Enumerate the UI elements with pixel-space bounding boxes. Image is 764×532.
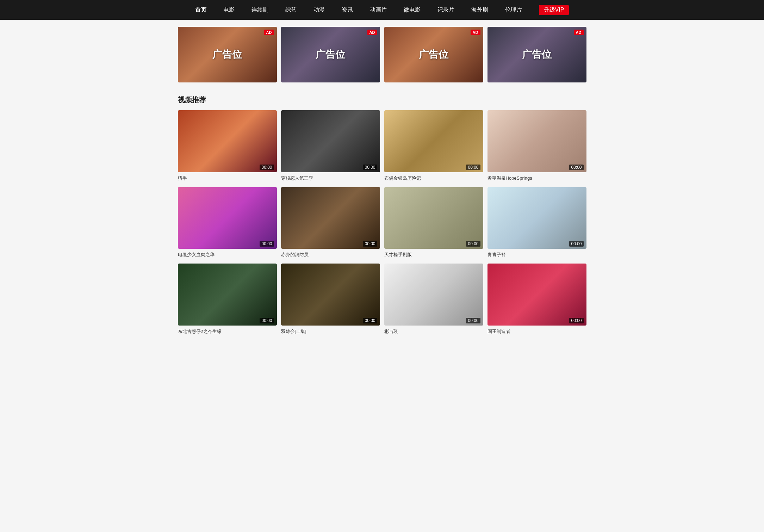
video-thumbnail: 00:00: [281, 264, 380, 326]
video-item-3[interactable]: 00:00布偶金银岛历险记: [384, 110, 483, 181]
section-title: 视频推荐: [178, 95, 586, 105]
video-item-4[interactable]: 00:00希望温泉HopeSprings: [487, 110, 586, 181]
video-duration: 00:00: [569, 165, 583, 170]
video-grid: 00:00猎手00:00穿梭恋人第三季00:00布偶金银岛历险记00:00希望温…: [178, 110, 586, 335]
video-thumbnail: 00:00: [281, 110, 380, 172]
main-content: AD广告位AD广告位AD广告位AD广告位 视频推荐 00:00猎手00:00穿梭…: [178, 20, 586, 352]
video-thumbnail: 00:00: [178, 110, 277, 172]
video-duration: 00:00: [363, 318, 377, 323]
video-duration: 00:00: [363, 241, 377, 247]
video-duration: 00:00: [569, 241, 583, 247]
video-item-1[interactable]: 00:00猎手: [178, 110, 277, 181]
video-duration: 00:00: [466, 165, 480, 170]
video-thumbnail: 00:00: [487, 187, 586, 249]
video-item-11[interactable]: 00:00彬与瑛: [384, 264, 483, 335]
ad-label: 广告位: [487, 27, 586, 82]
ad-badge: AD: [264, 30, 274, 35]
ad-badge: AD: [471, 30, 480, 35]
video-title: 青青子衿: [487, 252, 586, 258]
ad-item-3[interactable]: AD广告位: [384, 27, 483, 82]
ad-label: 广告位: [281, 27, 380, 82]
video-title: 赤身的消防员: [281, 252, 380, 258]
video-thumbnail: 00:00: [487, 264, 586, 326]
ad-label: 广告位: [178, 27, 277, 82]
video-duration: 00:00: [260, 318, 274, 323]
nav-item-综艺[interactable]: 综艺: [285, 6, 297, 14]
video-title: 彬与瑛: [384, 328, 483, 335]
video-item-2[interactable]: 00:00穿梭恋人第三季: [281, 110, 380, 181]
video-item-9[interactable]: 00:00东北古惑仔2之今生缘: [178, 264, 277, 335]
nav-item-动画片[interactable]: 动画片: [370, 6, 387, 14]
video-title: 穿梭恋人第三季: [281, 175, 380, 181]
nav-item-伦理片[interactable]: 伦理片: [505, 6, 522, 14]
ad-badge: AD: [367, 30, 377, 35]
video-thumbnail: 00:00: [384, 110, 483, 172]
video-item-7[interactable]: 00:00天才枪手剧版: [384, 187, 483, 258]
video-title: 电缆少女血肉之华: [178, 252, 277, 258]
video-title: 布偶金银岛历险记: [384, 175, 483, 181]
video-duration: 00:00: [260, 241, 274, 247]
video-title: 东北古惑仔2之今生缘: [178, 328, 277, 335]
video-title: 希望温泉HopeSprings: [487, 175, 586, 181]
nav-item-动漫[interactable]: 动漫: [313, 6, 325, 14]
ad-badge: AD: [574, 30, 584, 35]
ad-item-4[interactable]: AD广告位: [487, 27, 586, 82]
video-duration: 00:00: [569, 318, 583, 323]
video-thumbnail: 00:00: [281, 187, 380, 249]
video-duration: 00:00: [466, 318, 480, 323]
nav-item-电影[interactable]: 电影: [223, 6, 235, 14]
video-item-10[interactable]: 00:00双雄会[上集]: [281, 264, 380, 335]
video-item-5[interactable]: 00:00电缆少女血肉之华: [178, 187, 277, 258]
video-title: 天才枪手剧版: [384, 252, 483, 258]
video-thumbnail: 00:00: [384, 187, 483, 249]
ad-item-1[interactable]: AD广告位: [178, 27, 277, 82]
video-duration: 00:00: [260, 165, 274, 170]
nav-item-记录片[interactable]: 记录片: [437, 6, 454, 14]
ad-item-2[interactable]: AD广告位: [281, 27, 380, 82]
nav-item-资讯[interactable]: 资讯: [342, 6, 353, 14]
video-duration: 00:00: [466, 241, 480, 247]
video-duration: 00:00: [363, 165, 377, 170]
video-thumbnail: 00:00: [384, 264, 483, 326]
ad-label: 广告位: [384, 27, 483, 82]
video-title: 国王制造者: [487, 328, 586, 335]
video-thumbnail: 00:00: [178, 187, 277, 249]
nav-item-海外剧[interactable]: 海外剧: [471, 6, 488, 14]
nav-item-升级VIP[interactable]: 升级VIP: [539, 5, 569, 15]
main-nav: 首页电影连续剧综艺动漫资讯动画片微电影记录片海外剧伦理片升级VIP: [0, 0, 764, 20]
nav-item-连续剧[interactable]: 连续剧: [251, 6, 268, 14]
video-title: 猎手: [178, 175, 277, 181]
video-thumbnail: 00:00: [178, 264, 277, 326]
video-item-6[interactable]: 00:00赤身的消防员: [281, 187, 380, 258]
ad-banner-row: AD广告位AD广告位AD广告位AD广告位: [178, 27, 586, 82]
nav-item-微电影[interactable]: 微电影: [404, 6, 421, 14]
nav-item-首页[interactable]: 首页: [195, 6, 206, 14]
video-item-12[interactable]: 00:00国王制造者: [487, 264, 586, 335]
video-item-8[interactable]: 00:00青青子衿: [487, 187, 586, 258]
video-thumbnail: 00:00: [487, 110, 586, 172]
video-title: 双雄会[上集]: [281, 328, 380, 335]
